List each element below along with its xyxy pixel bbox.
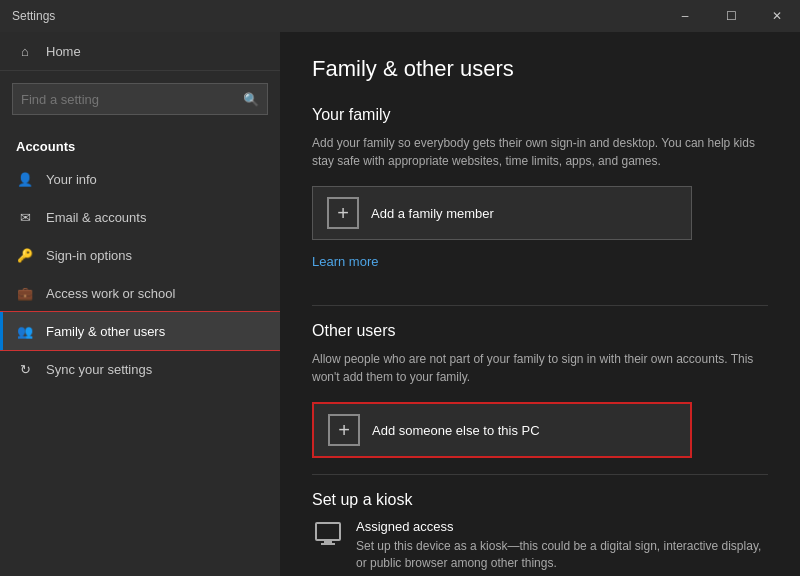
plus-icon: +: [327, 197, 359, 229]
email-icon: ✉: [16, 208, 34, 226]
titlebar: Settings – ☐ ✕: [0, 0, 800, 32]
minimize-button[interactable]: –: [662, 0, 708, 32]
kiosk-text: Assigned access Set up this device as a …: [356, 519, 768, 572]
group-icon: 👥: [16, 322, 34, 340]
titlebar-controls: – ☐ ✕: [662, 0, 800, 32]
search-input[interactable]: [21, 92, 243, 107]
sidebar-item-sync-settings[interactable]: ↻ Sync your settings: [0, 350, 280, 388]
other-users-desc: Allow people who are not part of your fa…: [312, 350, 768, 386]
svg-rect-1: [324, 541, 332, 543]
assigned-access-desc: Set up this device as a kiosk—this could…: [356, 538, 768, 572]
svg-rect-2: [321, 543, 335, 545]
sidebar-item-label: Sync your settings: [46, 362, 152, 377]
key-icon: 🔑: [16, 246, 34, 264]
close-button[interactable]: ✕: [754, 0, 800, 32]
your-family-desc: Add your family so everybody gets their …: [312, 134, 768, 170]
search-icon: 🔍: [243, 92, 259, 107]
sidebar-item-your-info[interactable]: 👤 Your info: [0, 160, 280, 198]
sync-icon: ↻: [16, 360, 34, 378]
sidebar: ⌂ Home 🔍 Accounts 👤 Your info ✉ Email & …: [0, 32, 280, 576]
other-users-title: Other users: [312, 322, 768, 340]
accounts-section-label: Accounts: [0, 127, 280, 160]
sidebar-item-label: Your info: [46, 172, 97, 187]
svg-rect-0: [316, 523, 340, 540]
divider-1: [312, 305, 768, 306]
add-someone-label: Add someone else to this PC: [372, 423, 540, 438]
sidebar-item-label: Sign-in options: [46, 248, 132, 263]
sidebar-item-email-accounts[interactable]: ✉ Email & accounts: [0, 198, 280, 236]
kiosk-icon: [312, 519, 344, 551]
add-family-member-button[interactable]: + Add a family member: [312, 186, 692, 240]
maximize-button[interactable]: ☐: [708, 0, 754, 32]
search-box[interactable]: 🔍: [12, 83, 268, 115]
kiosk-title: Set up a kiosk: [312, 491, 768, 509]
sidebar-item-access-work-school[interactable]: 💼 Access work or school: [0, 274, 280, 312]
your-family-title: Your family: [312, 106, 768, 124]
add-family-member-label: Add a family member: [371, 206, 494, 221]
main-layout: ⌂ Home 🔍 Accounts 👤 Your info ✉ Email & …: [0, 32, 800, 576]
page-title: Family & other users: [312, 56, 768, 82]
content-area: Family & other users Your family Add you…: [280, 32, 800, 576]
kiosk-row: Assigned access Set up this device as a …: [312, 519, 768, 572]
sidebar-item-label: Access work or school: [46, 286, 175, 301]
assigned-access-title: Assigned access: [356, 519, 768, 534]
home-label: Home: [46, 44, 81, 59]
sidebar-item-home[interactable]: ⌂ Home: [0, 32, 280, 71]
home-icon: ⌂: [16, 42, 34, 60]
learn-more-link[interactable]: Learn more: [312, 254, 378, 269]
person-icon: 👤: [16, 170, 34, 188]
titlebar-title: Settings: [12, 9, 55, 23]
sidebar-item-sign-in-options[interactable]: 🔑 Sign-in options: [0, 236, 280, 274]
sidebar-item-label: Family & other users: [46, 324, 165, 339]
add-someone-button[interactable]: + Add someone else to this PC: [312, 402, 692, 458]
briefcase-icon: 💼: [16, 284, 34, 302]
sidebar-item-label: Email & accounts: [46, 210, 146, 225]
plus-icon-2: +: [328, 414, 360, 446]
sidebar-item-family-other-users[interactable]: 👥 Family & other users: [0, 312, 280, 350]
divider-2: [312, 474, 768, 475]
